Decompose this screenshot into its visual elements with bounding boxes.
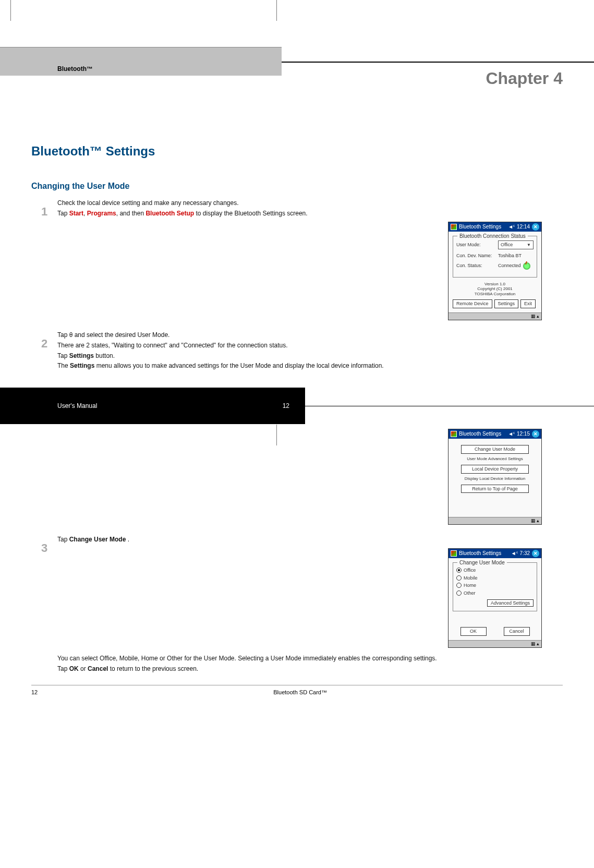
advanced-settings-button[interactable]: Advanced Settings	[487, 599, 534, 607]
fieldset-legend: Bluetooth Connection Status	[457, 233, 528, 240]
final-line2: Tap OK or Cancel to return to the previo…	[57, 665, 563, 673]
keyboard-icon[interactable]: ▦	[531, 641, 536, 647]
scr1-titlebar: Bluetooth Settings ◄ᵋ 12:14 ✕	[448, 222, 541, 232]
close-icon[interactable]: ✕	[532, 550, 539, 557]
scr3-titlebar: Bluetooth Settings ◄ᵋ 7:32 ✕	[448, 549, 541, 558]
footer-page-number: 12	[31, 689, 38, 696]
local-device-property-desc: Display Local Device Information	[453, 476, 537, 481]
section-title: Bluetooth™ Settings	[31, 142, 563, 160]
subsection-title: Changing the User Mode	[31, 180, 563, 192]
step1-line1: Check the local device setting and make …	[57, 199, 563, 208]
radio-home[interactable]: Home	[456, 582, 534, 589]
menu-programs: Programs	[87, 210, 116, 217]
sip-arrow-icon[interactable]: ▴	[537, 517, 539, 524]
scr2-clock: ◄ᵋ 12:15	[508, 430, 530, 438]
usermode-dropdown[interactable]: Office ▼	[498, 240, 534, 249]
step-2: 2 Tap θ and select the desired User Mode…	[31, 331, 563, 372]
step1-line2: Tap Start, Programs, and then Bluetooth …	[57, 209, 563, 218]
radio-office[interactable]: Office	[456, 567, 534, 574]
step-number: 2	[31, 331, 57, 372]
page-footer: 12 Bluetooth SD Card™	[31, 685, 563, 696]
radio-icon	[456, 568, 462, 573]
settings-button[interactable]: Settings	[494, 299, 519, 308]
constatus-value: Connected	[498, 262, 521, 269]
keyboard-icon[interactable]: ▦	[531, 517, 536, 524]
radio-icon	[456, 575, 462, 581]
scr2-titlebar: Bluetooth Settings ◄ᵋ 12:15 ✕	[448, 429, 541, 439]
close-icon[interactable]: ✕	[532, 430, 539, 438]
return-top-button[interactable]: Return to Top of Page	[461, 485, 529, 493]
step2-line4: The Settings menu allows you to make adv…	[57, 361, 563, 370]
version-block: Version 1.0 Copyright (C) 2001 TOSHIBA C…	[453, 282, 537, 297]
change-user-mode-button[interactable]: Change User Mode	[461, 445, 529, 454]
footer-product-name: Bluetooth SD Card™	[273, 689, 327, 696]
windows-logo-icon	[451, 224, 457, 230]
fieldset-change-user-mode: Change User Mode Office Mobile Home Othe…	[453, 562, 537, 611]
manual-page-number: 12	[283, 402, 289, 411]
radio-icon	[456, 590, 462, 596]
scr3-clock: ◄ᵋ 7:32	[511, 550, 530, 557]
chevron-down-icon: ▼	[527, 242, 531, 248]
radio-icon	[456, 583, 462, 588]
cancel-button[interactable]: Cancel	[504, 627, 530, 636]
connected-indicator-icon	[523, 262, 530, 270]
keyboard-icon[interactable]: ▦	[531, 313, 536, 320]
header-rule	[282, 62, 594, 63]
step-number: 3	[31, 535, 57, 674]
scr3-taskbar: ▦▴	[448, 640, 541, 647]
screenshot-change-user-mode: Bluetooth Settings ◄ᵋ 7:32 ✕ Change User…	[448, 548, 542, 648]
menu-start: Start	[69, 210, 83, 217]
scr2-title: Bluetooth Settings	[459, 430, 501, 438]
step2-line2: There are 2 states, "Waiting to connect"…	[57, 341, 563, 350]
manual-title: User's Manual	[57, 402, 97, 411]
change-user-mode-desc: User Mode Advanced Settings	[453, 456, 537, 462]
step-2-continued: Bluetooth Settings ◄ᵋ 12:15 ✕ Change Use…	[31, 425, 563, 531]
menu-bluetooth-setup: Bluetooth Setup	[146, 210, 194, 217]
constatus-label: Con. Status:	[456, 262, 496, 269]
step2-line3: Tap Settings button.	[57, 352, 563, 360]
radio-other[interactable]: Other	[456, 590, 534, 597]
fieldset-legend: Change User Mode	[457, 559, 507, 566]
windows-logo-icon	[451, 431, 457, 437]
sip-arrow-icon[interactable]: ▴	[537, 641, 539, 647]
scr1-taskbar: ▦▴	[448, 312, 541, 320]
scr1-title: Bluetooth Settings	[459, 223, 501, 231]
black-band-rule	[305, 406, 594, 406]
radio-mobile[interactable]: Mobile	[456, 575, 534, 582]
sip-arrow-icon[interactable]: ▴	[537, 313, 539, 320]
scr3-title: Bluetooth Settings	[459, 550, 501, 557]
crop-marks-top	[0, 0, 594, 21]
step-3: 3 Tap Change User Mode . Bluetooth Setti…	[31, 535, 563, 674]
close-icon[interactable]: ✕	[532, 223, 539, 231]
devname-label: Con. Dev. Name:	[456, 252, 496, 259]
step-1: 1 Check the local device setting and mak…	[31, 199, 563, 327]
manual-footer-bar: User's Manual 12	[0, 388, 305, 424]
remote-device-button[interactable]: Remote Device	[453, 299, 492, 308]
step-number: 1	[31, 199, 57, 327]
step2-line1: Tap θ and select the desired User Mode.	[57, 331, 563, 340]
exit-button[interactable]: Exit	[520, 299, 536, 308]
scr2-taskbar: ▦▴	[448, 517, 541, 524]
windows-logo-icon	[451, 550, 457, 557]
ok-button[interactable]: OK	[460, 627, 487, 636]
screenshot-settings-menu: Bluetooth Settings ◄ᵋ 12:15 ✕ Change Use…	[448, 429, 542, 525]
devname-value: Toshiba BT	[498, 252, 522, 259]
fieldset-connection-status: Bluetooth Connection Status User Mode: O…	[453, 236, 537, 277]
screenshot-bluetooth-settings-main: Bluetooth Settings ◄ᵋ 12:14 ✕ Bluetooth …	[448, 222, 542, 320]
step3-line1: Tap Change User Mode .	[57, 535, 563, 544]
local-device-property-button[interactable]: Local Device Property	[461, 465, 529, 474]
scr1-clock: ◄ᵋ 12:14	[508, 223, 530, 231]
final-line1: You can select Office, Mobile, Home or O…	[57, 654, 563, 663]
usermode-label: User Mode:	[456, 242, 496, 248]
